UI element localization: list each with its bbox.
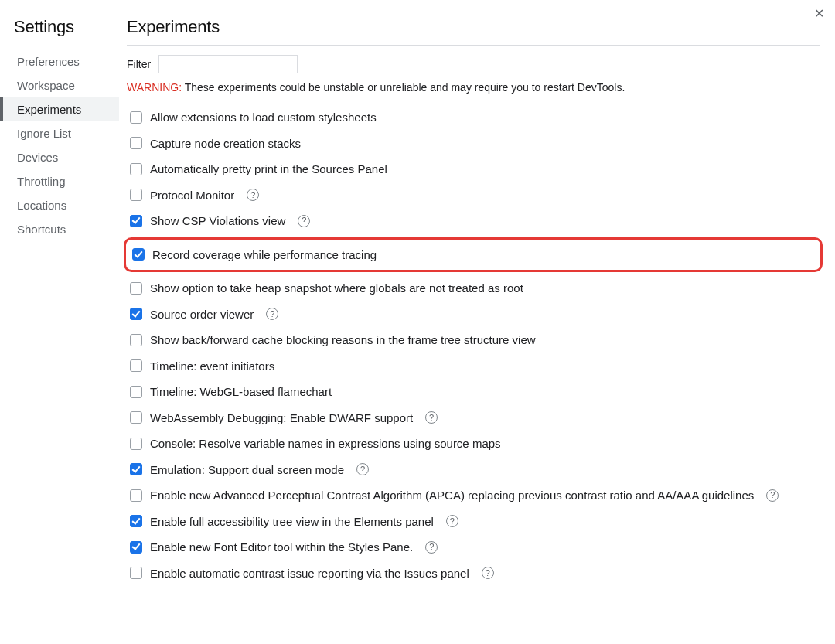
experiment-row: Enable new Font Editor tool within the S… bbox=[127, 534, 820, 561]
filter-row: Filter bbox=[127, 55, 820, 73]
experiment-label: Enable new Advanced Perceptual Contrast … bbox=[150, 488, 754, 503]
experiment-checkbox[interactable] bbox=[130, 489, 142, 502]
experiment-label: Emulation: Support dual screen mode bbox=[150, 462, 344, 478]
experiment-label: Timeline: event initiators bbox=[150, 359, 274, 374]
experiment-row: Record coverage while performance tracin… bbox=[124, 237, 823, 273]
sidebar-item-shortcuts[interactable]: Shortcuts bbox=[0, 217, 119, 241]
experiment-checkbox[interactable] bbox=[130, 137, 142, 149]
experiment-checkbox[interactable] bbox=[130, 515, 142, 527]
sidebar-title: Settings bbox=[6, 14, 119, 49]
sidebar-item-workspace[interactable]: Workspace bbox=[0, 73, 119, 97]
experiments-list: Allow extensions to load custom styleshe… bbox=[127, 104, 820, 586]
experiment-row: Emulation: Support dual screen mode? bbox=[127, 457, 820, 483]
experiment-checkbox[interactable] bbox=[130, 411, 142, 424]
experiment-row: Protocol Monitor? bbox=[127, 182, 820, 209]
main-panel: Experiments Filter WARNING: These experi… bbox=[119, 14, 835, 644]
experiment-row: Enable new Advanced Perceptual Contrast … bbox=[127, 482, 820, 509]
experiment-label: Automatically pretty print in the Source… bbox=[150, 162, 387, 177]
experiment-label: Enable new Font Editor tool within the S… bbox=[150, 540, 413, 555]
experiment-row: Automatically pretty print in the Source… bbox=[127, 156, 820, 182]
experiment-checkbox[interactable] bbox=[132, 248, 145, 261]
experiment-checkbox[interactable] bbox=[130, 163, 142, 175]
experiment-row: WebAssembly Debugging: Enable DWARF supp… bbox=[127, 405, 820, 431]
filter-input[interactable] bbox=[158, 55, 298, 73]
experiment-checkbox[interactable] bbox=[130, 111, 142, 124]
experiment-row: Enable full accessibility tree view in t… bbox=[127, 509, 820, 535]
experiment-label: Enable full accessibility tree view in t… bbox=[150, 514, 434, 530]
experiment-row: Show back/forward cache blocking reasons… bbox=[127, 327, 820, 353]
experiment-label: Allow extensions to load custom styleshe… bbox=[150, 110, 377, 125]
experiment-checkbox[interactable] bbox=[130, 308, 142, 320]
experiment-row: Enable automatic contrast issue reportin… bbox=[127, 561, 820, 587]
warning-line: WARNING: These experiments could be unst… bbox=[127, 81, 820, 94]
experiment-checkbox[interactable] bbox=[130, 282, 142, 295]
experiment-checkbox[interactable] bbox=[130, 541, 142, 554]
close-icon[interactable]: ✕ bbox=[814, 6, 824, 21]
help-icon[interactable]: ? bbox=[446, 515, 458, 527]
experiment-row: Show CSP Violations view? bbox=[127, 208, 820, 234]
warning-label: WARNING: bbox=[127, 81, 182, 94]
settings-layout: Settings PreferencesWorkspaceExperiments… bbox=[0, 0, 835, 644]
experiment-checkbox[interactable] bbox=[130, 463, 142, 475]
page-title: Experiments bbox=[127, 14, 820, 45]
warning-text: These experiments could be unstable or u… bbox=[182, 81, 625, 94]
experiment-row: Console: Resolve variable names in expre… bbox=[127, 431, 820, 457]
help-icon[interactable]: ? bbox=[425, 541, 438, 554]
experiment-checkbox[interactable] bbox=[130, 359, 142, 372]
experiment-label: Enable automatic contrast issue reportin… bbox=[150, 566, 469, 581]
experiment-label: Show option to take heap snapshot where … bbox=[150, 281, 523, 296]
experiment-checkbox[interactable] bbox=[130, 189, 142, 201]
sidebar-item-preferences[interactable]: Preferences bbox=[0, 49, 119, 73]
divider bbox=[127, 45, 820, 46]
experiment-label: WebAssembly Debugging: Enable DWARF supp… bbox=[150, 411, 413, 426]
experiment-label: Record coverage while performance tracin… bbox=[152, 247, 377, 263]
sidebar-item-devices[interactable]: Devices bbox=[0, 145, 119, 169]
sidebar-item-throttling[interactable]: Throttling bbox=[0, 169, 119, 193]
help-icon[interactable]: ? bbox=[247, 189, 259, 201]
experiment-checkbox[interactable] bbox=[130, 438, 142, 450]
experiment-label: Timeline: WebGL-based flamechart bbox=[150, 384, 332, 400]
sidebar-item-experiments[interactable]: Experiments bbox=[0, 97, 119, 121]
experiment-label: Show back/forward cache blocking reasons… bbox=[150, 332, 536, 348]
experiment-checkbox[interactable] bbox=[130, 215, 142, 227]
help-icon[interactable]: ? bbox=[298, 215, 310, 227]
sidebar-item-locations[interactable]: Locations bbox=[0, 193, 119, 217]
experiment-checkbox[interactable] bbox=[130, 334, 142, 346]
experiment-label: Console: Resolve variable names in expre… bbox=[150, 436, 501, 451]
experiment-row: Capture node creation stacks bbox=[127, 131, 820, 157]
experiment-row: Timeline: WebGL-based flamechart bbox=[127, 379, 820, 405]
help-icon[interactable]: ? bbox=[356, 463, 369, 475]
experiment-label: Show CSP Violations view bbox=[150, 213, 285, 229]
experiment-checkbox[interactable] bbox=[130, 386, 142, 398]
help-icon[interactable]: ? bbox=[266, 308, 278, 320]
filter-label: Filter bbox=[127, 58, 151, 70]
help-icon[interactable]: ? bbox=[482, 567, 494, 579]
experiment-row: Source order viewer? bbox=[127, 302, 820, 328]
experiment-label: Source order viewer bbox=[150, 307, 254, 322]
experiment-label: Protocol Monitor bbox=[150, 188, 234, 203]
help-icon[interactable]: ? bbox=[425, 411, 438, 424]
help-icon[interactable]: ? bbox=[766, 489, 779, 502]
experiment-row: Show option to take heap snapshot where … bbox=[127, 275, 820, 302]
sidebar: Settings PreferencesWorkspaceExperiments… bbox=[0, 14, 119, 644]
sidebar-items: PreferencesWorkspaceExperimentsIgnore Li… bbox=[6, 49, 119, 241]
experiment-label: Capture node creation stacks bbox=[150, 136, 301, 152]
experiment-row: Allow extensions to load custom styleshe… bbox=[127, 104, 820, 131]
experiment-checkbox[interactable] bbox=[130, 567, 142, 579]
sidebar-item-ignore-list[interactable]: Ignore List bbox=[0, 121, 119, 145]
experiment-row: Timeline: event initiators bbox=[127, 353, 820, 380]
